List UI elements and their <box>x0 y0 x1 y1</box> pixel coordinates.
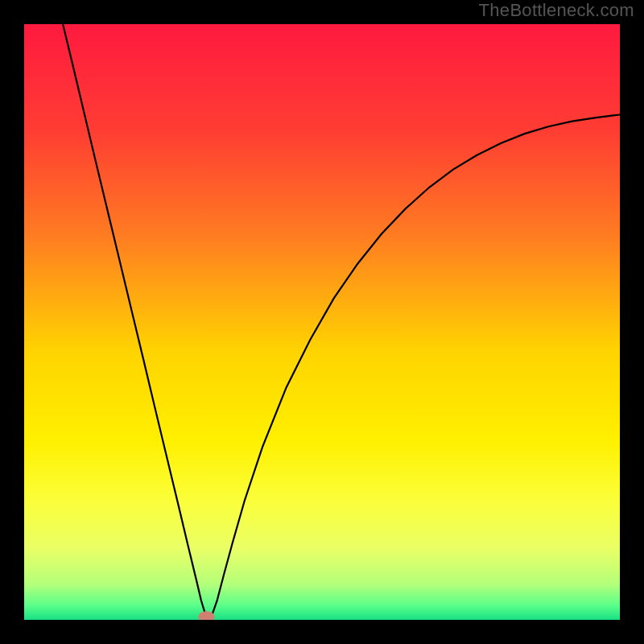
chart-frame: TheBottleneck.com <box>0 0 644 644</box>
gradient-background <box>24 24 620 620</box>
plot-area <box>24 24 620 620</box>
chart-svg <box>24 24 620 620</box>
watermark-text: TheBottleneck.com <box>479 0 634 21</box>
